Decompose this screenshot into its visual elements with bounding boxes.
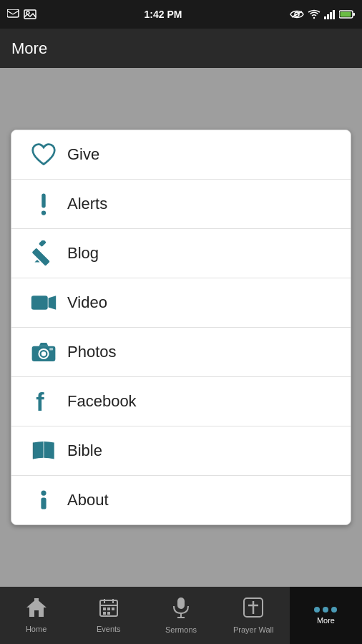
svg-rect-31 [34,598,39,604]
menu-card: Give Alerts Blog [11,130,351,525]
svg-rect-19 [39,240,47,247]
svg-rect-10 [330,12,332,19]
svg-marker-21 [49,296,57,310]
home-icon [26,597,47,623]
nav-item-more[interactable]: More [290,587,362,644]
app-bar-title: More [11,39,47,58]
menu-item-alerts[interactable]: Alerts [11,180,351,229]
alerts-label: Alerts [67,195,107,213]
nav-more-label: More [317,616,335,625]
nav-item-home[interactable]: Home [0,587,72,644]
photos-label: Photos [67,343,117,361]
menu-item-facebook[interactable]: f Facebook [11,377,351,426]
nav-events-label: Events [97,625,121,633]
signal-icon [324,9,336,19]
exclamation-icon [26,191,62,217]
about-label: About [67,491,109,509]
menu-item-video[interactable]: Video [11,278,351,328]
svg-text:f: f [36,389,44,414]
svg-rect-0 [7,9,19,17]
calendar-icon [99,597,119,623]
menu-item-photos[interactable]: Photos [11,328,351,377]
nav-home-label: Home [26,625,47,633]
svg-rect-17 [31,248,49,265]
svg-rect-39 [103,612,106,615]
cross-icon [243,597,264,623]
nav-item-events[interactable]: Events [72,587,145,644]
book-icon [26,438,62,464]
svg-rect-13 [340,12,351,17]
msg-icon [7,9,20,19]
img-icon [24,9,36,19]
facebook-icon: f [26,389,62,414]
nav-item-sermons[interactable]: Sermons [145,587,217,644]
give-label: Give [67,145,99,164]
more-dots-icon [314,607,337,614]
microphone-icon [172,597,190,623]
svg-rect-40 [107,612,110,615]
blog-label: Blog [67,244,99,263]
menu-item-give[interactable]: Give [11,130,351,180]
status-time: 1:42 PM [145,9,182,20]
status-bar: 1:42 PM [0,0,362,29]
svg-rect-29 [41,497,46,509]
svg-point-24 [41,351,47,356]
svg-rect-25 [49,348,53,350]
status-left-icons [7,9,36,19]
status-right-icons [290,9,355,19]
menu-item-blog[interactable]: Blog [11,229,351,278]
svg-point-16 [41,210,46,215]
svg-marker-18 [34,260,39,263]
bottom-nav: Home Events [0,587,362,644]
nav-item-prayer-wall[interactable]: Prayer Wall [217,587,290,644]
menu-item-about[interactable]: About [11,476,351,525]
nav-prayer-wall-label: Prayer Wall [233,625,273,634]
menu-item-bible[interactable]: Bible [11,426,351,476]
main-content: Give Alerts Blog [0,68,362,587]
facebook-label: Facebook [67,392,137,411]
svg-rect-11 [333,10,335,19]
svg-line-2 [13,11,19,14]
svg-rect-9 [327,14,329,19]
svg-rect-15 [41,194,45,208]
app-bar: More [0,29,362,68]
video-label: Video [67,293,107,312]
camera-icon [26,339,62,365]
eye-icon [290,9,304,19]
svg-rect-8 [324,16,326,19]
svg-rect-20 [31,296,48,310]
svg-line-1 [7,11,13,14]
pencil-icon [26,240,62,266]
svg-rect-36 [103,608,106,610]
svg-rect-38 [112,608,114,610]
bible-label: Bible [67,441,102,460]
svg-rect-41 [177,597,185,609]
info-icon [26,487,62,513]
nav-sermons-label: Sermons [165,625,197,634]
svg-point-7 [313,17,315,19]
battery-icon [339,10,355,19]
svg-rect-37 [107,608,110,610]
heart-icon [26,142,62,167]
svg-point-28 [41,491,46,496]
svg-rect-14 [353,13,355,16]
wifi-icon [308,9,321,19]
video-camera-icon [26,290,62,316]
